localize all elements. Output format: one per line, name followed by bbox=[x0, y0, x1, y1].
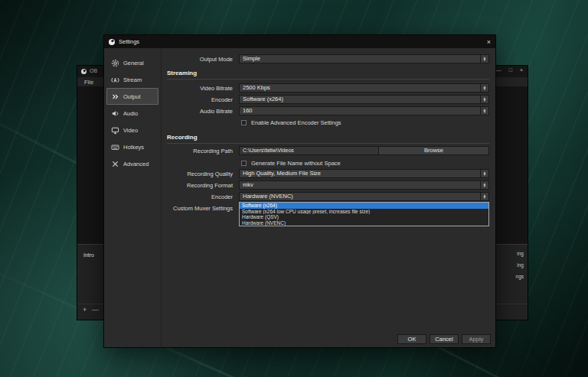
spinner-icon[interactable]: ▴▾ bbox=[480, 84, 488, 92]
output-arrows-icon bbox=[111, 93, 119, 101]
browse-button[interactable]: Browse bbox=[378, 146, 489, 155]
recording-path-label: Recording Path bbox=[162, 146, 233, 156]
nav-label: Output bbox=[123, 93, 141, 100]
apply-button[interactable]: Apply bbox=[462, 334, 491, 344]
clipped-button-label[interactable]: ngs bbox=[516, 274, 524, 279]
cancel-button[interactable]: Cancel bbox=[430, 334, 459, 344]
stream-encoder-select[interactable]: Software (x264) ▴▾ bbox=[239, 95, 489, 104]
main-window-title: OB bbox=[90, 68, 97, 73]
maximize-icon[interactable]: □ bbox=[509, 67, 512, 73]
recording-section-title: Recording bbox=[167, 134, 198, 141]
desktop-background: { "icons": { "spin_up": "▴", "spin_down"… bbox=[0, 0, 588, 377]
settings-content: Output Mode Simple ▴▾ Streaming Video Bi… bbox=[162, 48, 495, 347]
video-bitrate-value: 2500 Kbps bbox=[243, 84, 270, 91]
nav-label: General bbox=[123, 60, 144, 67]
settings-titlebar: Settings × bbox=[104, 35, 495, 48]
audio-bitrate-select[interactable]: 160 ▴▾ bbox=[239, 106, 489, 115]
output-mode-label: Output Mode bbox=[162, 54, 233, 64]
encoder-dropdown-popup: Software (x264) Software (x264 low CPU u… bbox=[239, 202, 489, 226]
output-mode-value: Simple bbox=[243, 55, 260, 62]
monitor-icon bbox=[111, 126, 119, 135]
dropdown-option[interactable]: Hardware (QSV) bbox=[240, 214, 488, 220]
tools-icon bbox=[111, 160, 119, 168]
nav-item-hotkeys[interactable]: Hotkeys bbox=[106, 138, 158, 155]
recording-format-label: Recording Format bbox=[162, 180, 233, 190]
obs-logo-icon bbox=[109, 39, 115, 45]
section-divider bbox=[167, 79, 489, 80]
recording-quality-select[interactable]: High Quality, Medium File Size ▴▾ bbox=[239, 169, 489, 178]
remove-scene-button[interactable]: — bbox=[92, 306, 99, 314]
filename-space-checkbox-label: Generate File Name without Space bbox=[251, 159, 341, 168]
recording-encoder-select[interactable]: Hardware (NVENC) ▴▾ bbox=[239, 192, 489, 201]
clipped-button-label[interactable]: ing bbox=[517, 262, 524, 268]
spinner-icon[interactable]: ▴▾ bbox=[480, 170, 488, 177]
spinner-icon[interactable]: ▴▾ bbox=[480, 107, 488, 115]
recording-encoder-value: Hardware (NVENC) bbox=[243, 193, 293, 200]
close-icon[interactable]: × bbox=[487, 38, 491, 46]
nav-item-advanced[interactable]: Advanced bbox=[106, 155, 158, 172]
dropdown-option[interactable]: Software (x264 low CPU usage preset, inc… bbox=[240, 209, 488, 215]
section-divider bbox=[167, 143, 489, 144]
speaker-icon bbox=[111, 109, 119, 118]
close-icon[interactable]: × bbox=[520, 67, 523, 73]
spinner-icon[interactable]: ▴▾ bbox=[480, 193, 488, 200]
nav-label: Advanced bbox=[123, 161, 149, 167]
settings-dialog: Settings × General Stream Output bbox=[103, 34, 496, 348]
custom-muxer-label: Custom Muxer Settings bbox=[162, 203, 233, 213]
stream-encoder-value: Software (x264) bbox=[243, 96, 283, 102]
video-bitrate-label: Video Bitrate bbox=[162, 83, 233, 93]
scene-list-item[interactable]: Intro bbox=[83, 252, 94, 258]
settings-nav: General Stream Output Audio bbox=[104, 48, 162, 347]
advanced-encoder-checkbox[interactable] bbox=[241, 120, 247, 125]
menu-file[interactable]: File bbox=[84, 77, 93, 87]
streaming-section-title: Streaming bbox=[167, 70, 197, 76]
settings-title: Settings bbox=[119, 38, 139, 45]
video-bitrate-spinbox[interactable]: 2500 Kbps ▴▾ bbox=[239, 83, 489, 93]
antenna-icon bbox=[111, 76, 119, 84]
recording-format-select[interactable]: mkv ▴▾ bbox=[239, 180, 489, 190]
filename-space-checkbox[interactable] bbox=[241, 161, 247, 166]
audio-bitrate-value: 160 bbox=[243, 107, 253, 114]
recording-format-value: mkv bbox=[243, 181, 253, 188]
spinner-icon[interactable]: ▴▾ bbox=[480, 96, 488, 103]
recording-quality-label: Recording Quality bbox=[162, 169, 233, 179]
recording-quality-value: High Quality, Medium File Size bbox=[243, 170, 321, 177]
dropdown-option[interactable]: Software (x264) bbox=[240, 203, 488, 209]
advanced-encoder-checkbox-label: Enable Advanced Encoder Settings bbox=[251, 119, 341, 128]
nav-item-output[interactable]: Output bbox=[106, 88, 158, 105]
audio-bitrate-label: Audio Bitrate bbox=[162, 106, 233, 116]
nav-label: Video bbox=[123, 127, 138, 134]
gear-icon bbox=[111, 59, 119, 67]
nav-item-stream[interactable]: Stream bbox=[106, 71, 158, 88]
nav-item-audio[interactable]: Audio bbox=[106, 105, 158, 122]
dropdown-option[interactable]: Hardware (NVENC) bbox=[240, 220, 488, 226]
clipped-button-label[interactable]: ing bbox=[517, 251, 524, 256]
spinner-icon[interactable]: ▴▾ bbox=[480, 181, 488, 189]
output-mode-select[interactable]: Simple ▴▾ bbox=[239, 54, 489, 63]
keyboard-icon bbox=[111, 143, 119, 151]
nav-label: Hotkeys bbox=[123, 144, 144, 151]
stream-encoder-label: Encoder bbox=[162, 95, 233, 105]
obs-app-icon bbox=[81, 69, 87, 74]
spinner-icon[interactable]: ▴▾ bbox=[480, 55, 488, 63]
nav-label: Audio bbox=[123, 110, 138, 117]
ok-button[interactable]: OK bbox=[397, 334, 426, 344]
add-scene-button[interactable]: + bbox=[83, 306, 87, 314]
nav-item-general[interactable]: General bbox=[106, 54, 158, 71]
nav-item-video[interactable]: Video bbox=[106, 122, 158, 138]
minimize-icon[interactable]: — bbox=[496, 67, 501, 73]
nav-label: Stream bbox=[123, 76, 142, 83]
recording-encoder-label: Encoder bbox=[162, 192, 233, 202]
